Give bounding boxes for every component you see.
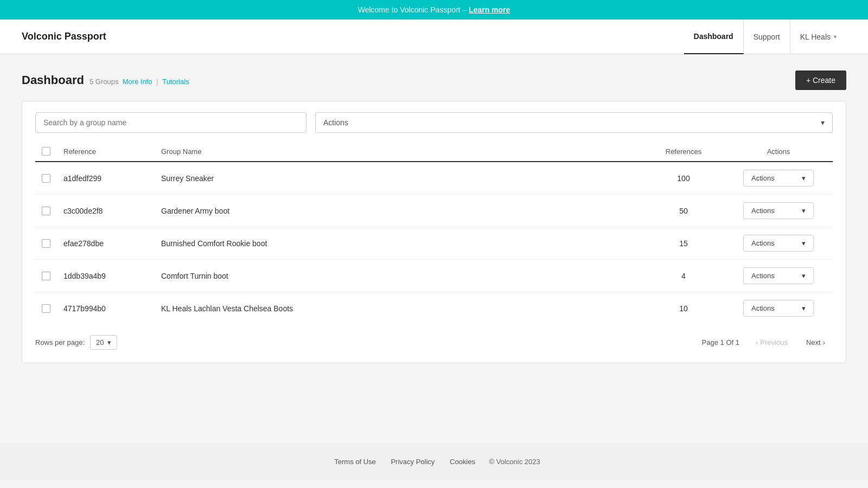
pagination: Rows per page: 20 ▾ Page 1 Of 1 ‹ Previo…	[35, 335, 833, 350]
row-actions-button-0[interactable]: Actions ▾	[743, 170, 814, 187]
page-header: Dashboard 5 Groups More Info | Tutorials…	[22, 70, 846, 90]
create-button[interactable]: + Create	[795, 70, 846, 90]
previous-button[interactable]: ‹ Previous	[748, 335, 795, 350]
table-row: 1ddb39a4b9 Comfort Turnin boot 4 Actions…	[35, 260, 833, 292]
col-reference: Reference	[57, 142, 155, 162]
table-body: a1dfedf299 Surrey Sneaker 100 Actions ▾ …	[35, 162, 833, 324]
table-row: a1dfedf299 Surrey Sneaker 100 Actions ▾	[35, 162, 833, 195]
rows-per-page-value: 20	[96, 338, 104, 346]
privacy-link[interactable]: Privacy Policy	[391, 458, 435, 466]
row-actions-button-1[interactable]: Actions ▾	[743, 202, 814, 219]
select-all-checkbox[interactable]	[42, 147, 50, 156]
chevron-down-icon: ▾	[802, 304, 806, 312]
row-checkbox-cell-0	[35, 162, 57, 195]
banner-text: Welcome to Volconic Passport –	[358, 5, 469, 14]
chevron-down-icon: ▾	[834, 34, 837, 40]
actions-dropdown[interactable]: Actions ▾	[315, 112, 833, 133]
page-title: Dashboard	[22, 73, 84, 87]
chevron-down-icon: ▾	[802, 207, 806, 215]
page-nav: Page 1 Of 1 ‹ Previous Next ›	[702, 335, 833, 350]
chevron-down-icon: ▾	[107, 338, 111, 346]
groups-count: 5 Groups	[90, 78, 118, 86]
cookies-link[interactable]: Cookies	[450, 458, 475, 466]
rows-per-page-label: Rows per page:	[35, 338, 85, 346]
table-row: c3c00de2f8 Gardener Army boot 50 Actions…	[35, 195, 833, 227]
row-group-name-4: KL Heals Lachlan Vesta Chelsea Boots	[155, 292, 643, 325]
user-name: KL Heals	[800, 33, 831, 41]
terms-link[interactable]: Terms of Use	[334, 458, 376, 466]
banner-link[interactable]: Learn more	[469, 5, 510, 14]
row-references-2: 15	[643, 227, 724, 260]
header-nav: Dashboard Support KL Heals ▾	[684, 20, 846, 54]
logo: Volconic Passport	[22, 31, 106, 42]
user-menu[interactable]: KL Heals ▾	[790, 20, 846, 54]
chevron-left-icon: ‹	[756, 338, 758, 346]
chevron-down-icon: ▾	[821, 118, 825, 127]
row-references-1: 50	[643, 195, 724, 227]
col-group-name: Group Name	[155, 142, 643, 162]
row-actions-button-4[interactable]: Actions ▾	[743, 300, 814, 317]
row-reference-0: a1dfedf299	[57, 162, 155, 195]
row-actions-cell-0: Actions ▾	[724, 162, 833, 195]
row-checkbox-0[interactable]	[42, 174, 50, 183]
row-actions-cell-1: Actions ▾	[724, 195, 833, 227]
row-references-3: 4	[643, 260, 724, 292]
search-input[interactable]	[35, 112, 307, 133]
row-actions-button-2[interactable]: Actions ▾	[743, 235, 814, 252]
more-info-link[interactable]: More Info	[123, 78, 152, 86]
dashboard-card: Actions ▾ Reference Group Name Reference…	[22, 101, 846, 363]
row-checkbox-cell-1	[35, 195, 57, 227]
select-all-header[interactable]	[35, 142, 57, 162]
row-actions-cell-2: Actions ▾	[724, 227, 833, 260]
tutorials-link[interactable]: Tutorials	[162, 78, 189, 86]
row-reference-3: 1ddb39a4b9	[57, 260, 155, 292]
copyright: © Volconic 2023	[489, 458, 540, 466]
row-reference-1: c3c00de2f8	[57, 195, 155, 227]
chevron-down-icon: ▾	[802, 272, 806, 280]
table-row: efae278dbe Burnished Comfort Rookie boot…	[35, 227, 833, 260]
row-checkbox-cell-2	[35, 227, 57, 260]
chevron-right-icon: ›	[823, 338, 825, 346]
row-group-name-3: Comfort Turnin boot	[155, 260, 643, 292]
col-actions: Actions	[724, 142, 833, 162]
row-checkbox-1[interactable]	[42, 207, 50, 215]
row-checkbox-2[interactable]	[42, 239, 50, 248]
row-group-name-1: Gardener Army boot	[155, 195, 643, 227]
table-row: 4717b994b0 KL Heals Lachlan Vesta Chelse…	[35, 292, 833, 325]
main-content: Dashboard 5 Groups More Info | Tutorials…	[0, 54, 868, 444]
next-button[interactable]: Next ›	[799, 335, 833, 350]
chevron-down-icon: ▾	[802, 239, 806, 247]
row-reference-4: 4717b994b0	[57, 292, 155, 325]
page-title-area: Dashboard 5 Groups More Info | Tutorials	[22, 73, 189, 87]
separator: |	[156, 78, 160, 86]
top-banner: Welcome to Volconic Passport – Learn mor…	[0, 0, 868, 20]
col-references: References	[643, 142, 724, 162]
row-references-0: 100	[643, 162, 724, 195]
row-actions-cell-3: Actions ▾	[724, 260, 833, 292]
row-checkbox-cell-4	[35, 292, 57, 325]
page-subtitle: 5 Groups More Info | Tutorials	[90, 78, 189, 86]
row-checkbox-4[interactable]	[42, 304, 50, 313]
row-actions-cell-4: Actions ▾	[724, 292, 833, 325]
chevron-down-icon: ▾	[802, 174, 806, 182]
toolbar: Actions ▾	[35, 112, 833, 133]
rows-per-page: Rows per page: 20 ▾	[35, 335, 117, 350]
page-info: Page 1 Of 1	[702, 338, 739, 346]
row-group-name-2: Burnished Comfort Rookie boot	[155, 227, 643, 260]
row-references-4: 10	[643, 292, 724, 325]
nav-dashboard[interactable]: Dashboard	[684, 20, 744, 54]
groups-table: Reference Group Name References Actions …	[35, 142, 833, 324]
actions-dropdown-label: Actions	[323, 118, 348, 127]
header: Volconic Passport Dashboard Support KL H…	[0, 20, 868, 54]
table-header: Reference Group Name References Actions	[35, 142, 833, 162]
nav-support[interactable]: Support	[744, 20, 790, 54]
row-group-name-0: Surrey Sneaker	[155, 162, 643, 195]
rows-per-page-select[interactable]: 20 ▾	[90, 335, 117, 350]
row-checkbox-cell-3	[35, 260, 57, 292]
footer: Terms of Use Privacy Policy Cookies © Vo…	[0, 444, 868, 480]
row-checkbox-3[interactable]	[42, 272, 50, 280]
row-reference-2: efae278dbe	[57, 227, 155, 260]
row-actions-button-3[interactable]: Actions ▾	[743, 267, 814, 284]
